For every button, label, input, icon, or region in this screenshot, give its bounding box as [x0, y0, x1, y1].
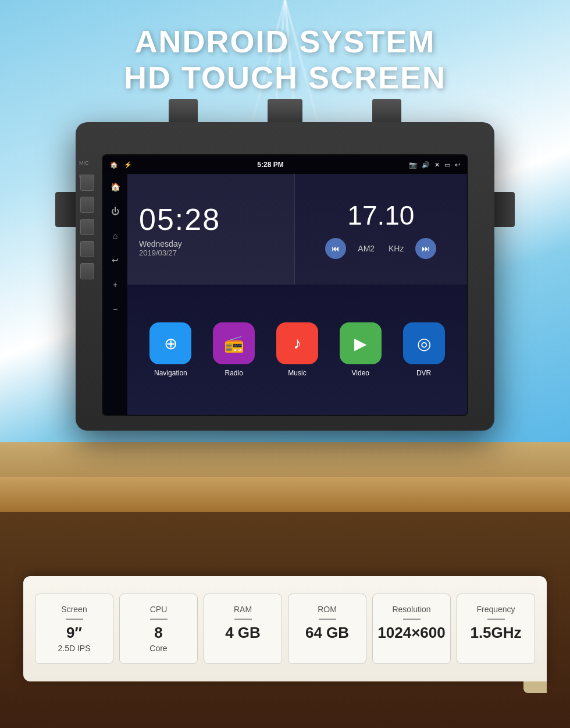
mic-label: MIC — [79, 160, 89, 166]
window-icon: ▭ — [444, 161, 450, 169]
status-left: 🏠 ⚡ — [110, 161, 132, 169]
spec-label: Frequency — [476, 605, 515, 614]
radio-controls: ⏮ AM2 KHz ⏭ — [325, 238, 436, 259]
nav-back-icon[interactable]: ↩ — [107, 252, 123, 268]
car-unit: MIC RST 🏠 ⚡ 5:28 PM 📷 🔊 ✕ — [76, 99, 494, 448]
spec-frequency: Frequency 1.5GHz — [457, 594, 535, 663]
spec-screen: Screen 9″ 2.5D IPS — [35, 594, 113, 663]
screen[interactable]: 🏠 ⚡ 5:28 PM 📷 🔊 ✕ ▭ ↩ 🏠 ⏻ ⌂ — [102, 154, 468, 416]
side-buttons — [80, 175, 94, 279]
spec-divider — [234, 619, 252, 620]
spec-resolution: Resolution 1024×600 — [372, 594, 451, 663]
title-line1: ANDROID SYSTEM — [0, 23, 570, 59]
btn-vol-down[interactable] — [80, 263, 94, 279]
spec-value: 8 — [154, 624, 162, 641]
video-icon: ▶ — [340, 322, 382, 364]
spec-label: ROM — [318, 605, 337, 614]
dvr-label: DVR — [416, 369, 431, 377]
radio-label: Radio — [225, 369, 243, 377]
usb-icon: ⚡ — [124, 161, 132, 169]
btn-vol-up[interactable] — [80, 241, 94, 257]
spec-label: RAM — [234, 605, 252, 614]
main-area: 05:28 Wednesday 2019/03/27 17.10 ⏮ AM2 — [127, 174, 467, 415]
radio-next-btn[interactable]: ⏭ — [415, 238, 436, 259]
app-video[interactable]: ▶ Video — [340, 322, 382, 377]
spec-value: 1024×600 — [377, 624, 445, 641]
spec-value: 64 GB — [305, 624, 349, 641]
back-icon[interactable]: ↩ — [455, 161, 460, 169]
status-right: 📷 🔊 ✕ ▭ ↩ — [409, 161, 460, 169]
clock-widget: 05:28 Wednesday 2019/03/27 — [127, 174, 295, 285]
app-grid: ⊕ Navigation 📻 Radio ♪ Music ▶ Video ◎ D… — [127, 285, 467, 415]
radio-band: AM2 KHz — [358, 244, 404, 253]
spec-divider — [150, 619, 168, 620]
app-dvr[interactable]: ◎ DVR — [403, 322, 445, 377]
spec-cpu: CPU 8 Core — [119, 594, 198, 663]
app-radio[interactable]: 📻 Radio — [213, 322, 255, 377]
volume-icon: 🔊 — [422, 161, 430, 169]
left-panel: 🏠 ⏻ ⌂ ↩ + − — [103, 174, 127, 415]
spec-divider — [403, 619, 421, 620]
specs-card: Screen 9″ 2.5D IPS CPU 8 Core RAM 4 GB R… — [23, 576, 547, 681]
shelf-front — [0, 477, 570, 512]
home-icon[interactable]: 🏠 — [110, 161, 118, 169]
specs-grid: Screen 9″ 2.5D IPS CPU 8 Core RAM 4 GB R… — [35, 594, 535, 663]
nav-power-icon[interactable]: ⏻ — [107, 203, 123, 219]
video-label: Video — [352, 369, 369, 377]
bracket-right — [491, 192, 515, 227]
btn-home[interactable] — [80, 197, 94, 213]
title-line2: HD TOUCH SCREEN — [0, 59, 570, 95]
spec-divider — [487, 619, 505, 620]
spec-value: 9″ — [66, 624, 82, 641]
widget-row: 05:28 Wednesday 2019/03/27 17.10 ⏮ AM2 — [127, 174, 467, 285]
nav-house-icon[interactable]: ⌂ — [107, 228, 123, 244]
clock-time: 05:28 — [139, 202, 283, 237]
app-navigation[interactable]: ⊕ Navigation — [149, 322, 191, 377]
spec-ram: RAM 4 GB — [204, 594, 282, 663]
music-icon: ♪ — [276, 322, 318, 364]
music-label: Music — [288, 369, 306, 377]
btn-back[interactable] — [80, 219, 94, 235]
spec-label: Resolution — [392, 605, 430, 614]
camera-icon: 📷 — [409, 161, 417, 169]
nav-home-icon[interactable]: 🏠 — [107, 179, 123, 195]
unit-body: MIC RST 🏠 ⚡ 5:28 PM 📷 🔊 ✕ — [76, 122, 494, 431]
btn-power[interactable] — [80, 175, 94, 191]
specs-section: Screen 9″ 2.5D IPS CPU 8 Core RAM 4 GB R… — [0, 512, 570, 728]
bracket-left — [55, 192, 79, 227]
status-bar: 🏠 ⚡ 5:28 PM 📷 🔊 ✕ ▭ ↩ — [103, 155, 467, 174]
navigation-icon: ⊕ — [149, 322, 191, 364]
nav-vol-down-icon[interactable]: − — [107, 301, 123, 317]
status-time: 5:28 PM — [257, 161, 283, 169]
clock-day: Wednesday — [139, 239, 283, 248]
clock-date: 2019/03/27 — [139, 248, 283, 257]
spec-label: CPU — [150, 605, 168, 614]
close-icon: ✕ — [434, 161, 440, 169]
spec-value: 4 GB — [225, 624, 261, 641]
radio-freq: 17.10 — [347, 200, 414, 231]
spec-sub: 2.5D IPS — [58, 644, 90, 653]
nav-vol-up-icon[interactable]: + — [107, 276, 123, 293]
dvr-icon: ◎ — [403, 322, 445, 364]
radio-icon: 📻 — [213, 322, 255, 364]
spec-value: 1.5GHz — [470, 624, 521, 641]
spec-divider — [66, 619, 83, 620]
spec-rom: ROM 64 GB — [288, 594, 366, 663]
radio-widget: 17.10 ⏮ AM2 KHz ⏭ — [295, 174, 467, 285]
spec-sub: Core — [149, 644, 167, 653]
screen-content: 🏠 ⏻ ⌂ ↩ + − 05:28 Wednesday 201 — [103, 174, 467, 415]
app-music[interactable]: ♪ Music — [276, 322, 318, 377]
main-title: ANDROID SYSTEM HD TOUCH SCREEN — [0, 23, 570, 95]
spec-label: Screen — [61, 605, 87, 614]
spec-divider — [319, 619, 336, 620]
radio-prev-btn[interactable]: ⏮ — [325, 238, 346, 259]
navigation-label: Navigation — [154, 369, 187, 377]
